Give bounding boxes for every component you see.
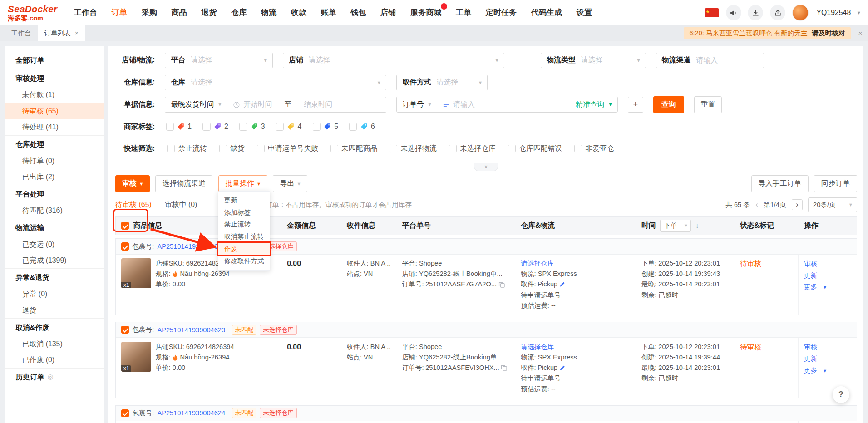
- tab-workbench[interactable]: 工作台: [5, 25, 38, 41]
- page-size-select[interactable]: 20条/页 ▾: [808, 197, 857, 212]
- logo[interactable]: SeaDocker 海多客.com: [8, 4, 57, 22]
- quick-filter-no-warehouse[interactable]: 未选择仓库: [449, 144, 496, 153]
- download-button[interactable]: [748, 5, 763, 20]
- choose-warehouse-link[interactable]: 请选择仓库: [521, 258, 554, 269]
- choose-logistics-channel-button[interactable]: 选择物流渠道: [155, 175, 212, 192]
- select-all-checkbox[interactable]: [121, 222, 129, 230]
- shop-select[interactable]: 店铺 请选择 ▾: [283, 53, 504, 68]
- quick-filter-non-aiya-warehouse-checkbox[interactable]: [574, 145, 582, 152]
- announcement-button[interactable]: [726, 5, 741, 20]
- merchant-tag-2-checkbox[interactable]: [202, 123, 210, 131]
- user-menu-caret-icon[interactable]: ▾: [858, 10, 860, 16]
- sidebar-item-unpaid[interactable]: 未付款 (1): [5, 87, 104, 103]
- package-number-link[interactable]: AP2510141939004622: [157, 243, 225, 250]
- nav-purchase[interactable]: 采购: [142, 0, 157, 25]
- batch-menu-item-forbid-flow[interactable]: 禁止流转: [218, 218, 270, 231]
- logistics-channel-input[interactable]: [696, 56, 758, 64]
- audit-button[interactable]: 审核 ▾: [115, 175, 150, 192]
- time-field-select[interactable]: 最晚发货时间 ▾: [165, 97, 227, 112]
- quick-filter-waybill-failed-checkbox[interactable]: [257, 145, 265, 152]
- pickup-method-select[interactable]: 取件方式 请选择 ▾: [396, 75, 488, 90]
- merchant-tag-5-checkbox[interactable]: [313, 123, 321, 131]
- merchant-tag-1[interactable]: 1: [166, 123, 192, 131]
- sidebar-item-delivered[interactable]: 已交运 (0): [5, 236, 104, 252]
- nav-service-mall[interactable]: 服务商城: [410, 0, 441, 25]
- update-link[interactable]: 更新: [804, 270, 851, 282]
- sort-direction-icon[interactable]: ↓: [695, 221, 699, 230]
- batch-menu-item-add-tag[interactable]: 添加标签: [218, 207, 270, 219]
- sidebar-item-outbound[interactable]: 已出库 (2): [5, 169, 104, 185]
- nav-returns[interactable]: 退货: [201, 0, 217, 25]
- merchant-tag-3[interactable]: 3: [239, 123, 265, 131]
- audit-link[interactable]: 审核: [804, 258, 851, 270]
- batch-menu-item-update[interactable]: 更新: [218, 194, 270, 207]
- sidebar-item-abnormal[interactable]: 异常 (0): [5, 286, 104, 302]
- sidebar-item-all-orders[interactable]: 全部订单: [5, 51, 104, 69]
- merchant-tag-6[interactable]: 6: [349, 123, 375, 131]
- quick-filter-out-of-stock[interactable]: 缺货: [219, 144, 245, 153]
- nav-shops[interactable]: 店铺: [380, 0, 396, 25]
- sync-orders-button[interactable]: 同步订单: [814, 175, 857, 192]
- package-number-link[interactable]: AP2510141939004624: [157, 409, 225, 417]
- export-share-button[interactable]: [770, 5, 785, 20]
- sidebar-group-logistics-transport[interactable]: 物流运输: [5, 219, 104, 236]
- quick-filter-forbid-flow[interactable]: 禁止流转: [167, 144, 207, 153]
- sidebar-group-abnormal-returns[interactable]: 异常&退货: [5, 268, 104, 286]
- quick-filter-non-aiya-warehouse[interactable]: 非爱亚仓: [574, 144, 614, 153]
- batch-menu-item-modify-pickup[interactable]: 修改取件方式: [218, 255, 270, 267]
- quick-filter-warehouse-mismatch-checkbox[interactable]: [508, 145, 516, 152]
- multi-line-input-icon[interactable]: [443, 101, 450, 108]
- merchant-tag-6-checkbox[interactable]: [349, 123, 357, 131]
- merchant-tag-4[interactable]: 4: [276, 123, 301, 131]
- prev-page-button[interactable]: ‹: [755, 200, 758, 209]
- search-button[interactable]: 查询: [653, 96, 684, 113]
- quick-filter-no-warehouse-checkbox[interactable]: [449, 145, 457, 152]
- quick-filter-out-of-stock-checkbox[interactable]: [219, 145, 227, 152]
- logistics-type-select[interactable]: 物流类型 请选择 ▾: [541, 53, 646, 68]
- sidebar-item-to-match[interactable]: 待匹配 (316): [5, 202, 104, 218]
- tab-pending-review[interactable]: 待审核 (65): [115, 200, 152, 210]
- audit-link[interactable]: 审核: [804, 342, 851, 354]
- nav-workbench[interactable]: 工作台: [74, 0, 97, 25]
- merchant-tag-1-checkbox[interactable]: [166, 123, 174, 131]
- sidebar-group-platform-processing[interactable]: 平台处理: [5, 185, 104, 202]
- package-number-link[interactable]: AP2510141939004623: [157, 326, 225, 334]
- sidebar-item-pending-handle[interactable]: 待处理 (41): [5, 119, 104, 135]
- sidebar-group-review-processing[interactable]: 审核处理: [5, 69, 104, 87]
- nav-warehouse[interactable]: 仓库: [231, 0, 247, 25]
- row-checkbox[interactable]: [121, 326, 129, 334]
- quick-filter-unmatched-product[interactable]: 未匹配商品: [330, 144, 378, 153]
- logistics-channel-field[interactable]: 物流渠道: [656, 53, 764, 68]
- export-button[interactable]: 导出 ▾: [273, 175, 307, 192]
- help-button[interactable]: ?: [833, 386, 849, 403]
- quick-filter-no-logistics-checkbox[interactable]: [390, 145, 397, 152]
- product-image[interactable]: x1: [121, 258, 151, 288]
- batch-actions-button[interactable]: 批量操作 ▾: [218, 175, 267, 192]
- update-link[interactable]: 更新: [804, 353, 851, 365]
- nav-orders[interactable]: 订单: [112, 0, 127, 25]
- language-flag-button[interactable]: ★: [705, 8, 719, 18]
- choose-warehouse-link[interactable]: 请选择仓库: [521, 342, 554, 352]
- nav-work-orders[interactable]: 工单: [456, 0, 471, 25]
- row-checkbox[interactable]: [121, 409, 129, 417]
- merchant-tag-5[interactable]: 5: [313, 123, 338, 131]
- import-manual-order-button[interactable]: 导入手工订单: [751, 175, 809, 192]
- sidebar-item-pending-review[interactable]: 待审核 (65): [5, 103, 104, 119]
- more-link[interactable]: 更多 ▾: [804, 365, 851, 377]
- quick-filter-unmatched-product-checkbox[interactable]: [330, 145, 338, 152]
- sidebar-item-cancelled[interactable]: 已取消 (135): [5, 336, 104, 352]
- order-number-field-select[interactable]: 订单号 ▾: [397, 97, 437, 112]
- row-checkbox[interactable]: [121, 242, 129, 250]
- batch-menu-item-void[interactable]: 作废: [218, 243, 270, 255]
- precise-search-toggle[interactable]: 精准查询 ▾: [576, 100, 612, 109]
- sidebar-item-completed[interactable]: 已完成 (1399): [5, 252, 104, 268]
- tab-in-review[interactable]: 审核中 (0): [165, 200, 197, 210]
- product-image[interactable]: x1: [121, 342, 151, 372]
- nav-code-generation[interactable]: 代码生成: [531, 0, 562, 25]
- next-page-button[interactable]: ›: [792, 199, 803, 210]
- tab-close-icon[interactable]: ×: [75, 25, 79, 41]
- warehouse-select[interactable]: 仓库 请选择 ▾: [165, 75, 386, 90]
- notice-close-icon[interactable]: ×: [858, 30, 863, 38]
- batch-menu-item-cancel-forbid-flow[interactable]: 取消禁止流转: [218, 231, 270, 243]
- sidebar-group-cancel-void[interactable]: 取消&作废: [5, 318, 104, 336]
